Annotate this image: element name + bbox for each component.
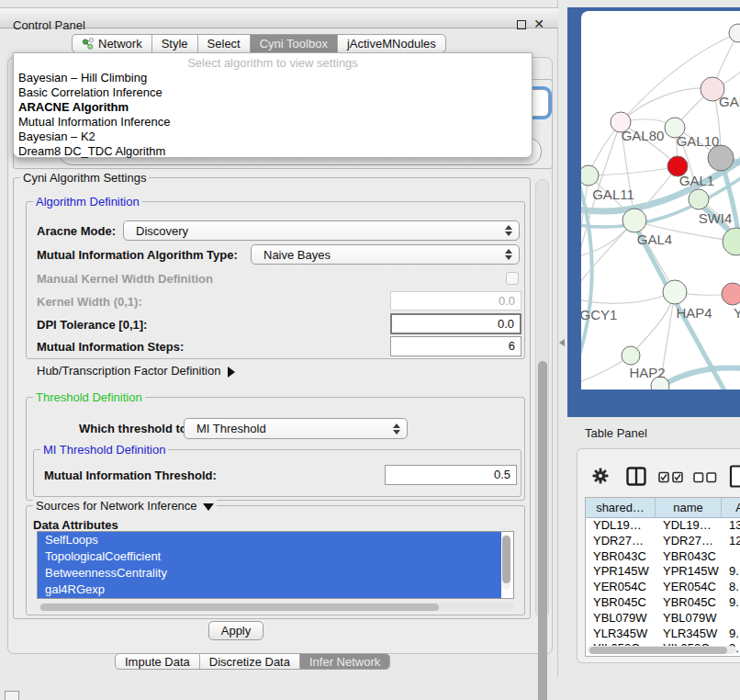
network-node-y[interactable] (722, 283, 740, 305)
tab-jactivemnodules[interactable]: jActiveMNodules (338, 35, 445, 52)
attribute-item-selected[interactable]: BetweennessCentrality (38, 565, 501, 581)
table-cell (722, 611, 740, 627)
network-node-gal11[interactable] (581, 165, 599, 186)
table-row[interactable]: YBR043CYBR043C (586, 549, 740, 565)
attributes-scrollbar-thumb[interactable] (502, 536, 510, 583)
network-node-hap4[interactable] (663, 280, 687, 304)
tab-cyni-toolbox[interactable]: Cyni Toolbox (251, 35, 338, 52)
table-cell: 12 (722, 534, 740, 549)
network-view-frame[interactable]: GALGAL80GAL10GAL1GAL11SWI4GAL4GCY1HAP4YH… (581, 11, 740, 390)
which-threshold-combo[interactable]: MI Threshold (184, 418, 408, 439)
file-icon[interactable] (729, 465, 740, 488)
table-hscrollbar-track[interactable] (588, 646, 736, 654)
network-node[interactable] (708, 145, 734, 171)
table-cell: YPR145W (656, 564, 722, 580)
node-label: GAL11 (592, 186, 634, 202)
node-label: GAL4 (637, 231, 672, 247)
tab-label: Cyni Toolbox (260, 37, 328, 51)
tab-label: jActiveMNodules (347, 37, 436, 51)
close-icon[interactable]: ✕ (533, 18, 544, 29)
algorithm-option[interactable]: Bayesian – Hill Climbing (18, 71, 147, 85)
node-label: GAL (719, 94, 740, 109)
control-panel-window: Control Panel ✕ NetworkStyleSelectCyni T… (0, 0, 558, 677)
mi-threshold-group-title: MI Threshold Definition (40, 443, 168, 457)
table-row[interactable]: YER054CYER054C8. (586, 580, 740, 595)
table-cell: YBR045C (586, 595, 656, 611)
application-root: Control Panel ✕ NetworkStyleSelectCyni T… (0, 0, 740, 700)
aracne-mode-value: Discovery (136, 224, 188, 238)
algorithm-option[interactable]: Mutual Information Inference (18, 115, 170, 130)
hub-definition-label: Hub/Transcription Factor Definition (37, 364, 220, 378)
network-node-swi4[interactable] (689, 189, 709, 209)
table-row[interactable]: YDL19…YDL19…13 (586, 518, 740, 534)
table-cell: YBR045C (656, 595, 722, 611)
table-row[interactable]: YPR145WYPR145W9. (586, 564, 740, 580)
mi-threshold-label: Mutual Information Threshold: (44, 469, 217, 482)
attributes-scrollbar-track[interactable] (502, 535, 510, 590)
node-table: shared…nameA YDL19…YDL19…13YDR27…YDR27…1… (585, 497, 740, 657)
network-node-hap2[interactable] (622, 346, 640, 365)
mi-type-value: Naive Bayes (263, 248, 331, 262)
algorithm-option[interactable]: Bayesian – K2 (18, 130, 95, 144)
select-all-rows-icon[interactable] (658, 471, 684, 483)
splitter-collapse-icon[interactable] (559, 339, 565, 346)
table-cell: 9. (722, 627, 740, 642)
node-label: GAL10 (677, 133, 720, 149)
network-canvas[interactable]: GALGAL80GAL10GAL1GAL11SWI4GAL4GCY1HAP4YH… (581, 11, 740, 390)
hub-definition-expander[interactable]: Hub/Transcription Factor Definition (37, 364, 235, 378)
column-header-3[interactable]: A (722, 498, 740, 518)
network-node-gal4[interactable] (622, 209, 646, 232)
algorithm-option[interactable]: ARACNE Algorithm (18, 100, 129, 115)
mi-type-combo[interactable]: Naive Bayes (251, 244, 520, 265)
tab-style[interactable]: Style (152, 35, 198, 52)
dpi-tolerance-field[interactable]: 0.0 (390, 313, 521, 334)
dock-panel-icon[interactable] (5, 691, 19, 700)
table-cell: YBL079W (586, 611, 656, 627)
network-edge[interactable] (589, 166, 678, 175)
attribute-item-selected[interactable]: gal4RGexp (38, 581, 501, 598)
table-row[interactable]: YBL079WYBL079W (586, 611, 740, 627)
tab-infer-network[interactable]: Infer Network (300, 654, 389, 669)
stepper-icon (393, 423, 400, 435)
algorithm-option[interactable]: Basic Correlation Inference (18, 85, 163, 100)
settings-scrollbar-track[interactable] (535, 179, 549, 617)
gear-icon[interactable] (592, 468, 609, 484)
tab-network[interactable]: Network (73, 35, 152, 52)
table-cell: 9. (722, 564, 740, 580)
manual-kernel-checkbox[interactable] (506, 272, 519, 285)
attribute-item-selected[interactable]: SelfLoops (38, 532, 501, 548)
table-hscrollbar-thumb[interactable] (589, 647, 727, 654)
table-cell: YLR345W (586, 627, 656, 642)
node-label: GAL80 (622, 128, 665, 143)
sources-group-title[interactable]: Sources for Network Inference (33, 499, 217, 513)
split-columns-icon[interactable] (626, 467, 646, 486)
aracne-mode-combo[interactable]: Discovery (123, 220, 520, 241)
column-header-1[interactable]: shared… (586, 498, 656, 518)
column-header-2[interactable]: name (656, 498, 722, 518)
tab-impute-data[interactable]: Impute Data (116, 654, 200, 669)
data-attributes-list[interactable]: SelfLoopsTopologicalCoefficientBetweenne… (37, 531, 514, 599)
attribute-item-selected[interactable]: TopologicalCoefficient (38, 548, 501, 565)
tab-select[interactable]: Select (198, 35, 251, 52)
tab-label: Select (207, 37, 241, 51)
mi-threshold-field[interactable]: 0.5 (385, 465, 517, 485)
tab-discretize-data[interactable]: Discretize Data (200, 654, 300, 669)
table-row[interactable]: YBR045CYBR045C9. (586, 595, 740, 611)
network-node[interactable] (723, 228, 740, 255)
kernel-width-field[interactable]: 0.0 (390, 291, 521, 310)
attributes-hscrollbar-thumb[interactable] (40, 604, 439, 611)
network-node[interactable] (729, 24, 740, 42)
deselect-all-rows-icon[interactable] (693, 472, 717, 483)
which-threshold-value: MI Threshold (196, 422, 266, 435)
algorithm-option[interactable]: Dream8 DC_TDC Algorithm (18, 144, 165, 159)
table-row[interactable]: YLR345WYLR345W9. (586, 627, 740, 642)
mi-steps-field[interactable]: 6 (390, 336, 521, 356)
float-window-icon[interactable] (517, 20, 526, 29)
network-edge[interactable] (581, 292, 675, 303)
mi-steps-label: Mutual Information Steps: (37, 340, 184, 354)
network-edge[interactable] (621, 88, 712, 122)
table-row[interactable]: YDR27…YDR27…12 (586, 534, 740, 549)
table-cell: 8. (722, 580, 740, 595)
apply-button[interactable]: Apply (208, 621, 263, 640)
settings-scrollbar-thumb[interactable] (538, 361, 547, 700)
